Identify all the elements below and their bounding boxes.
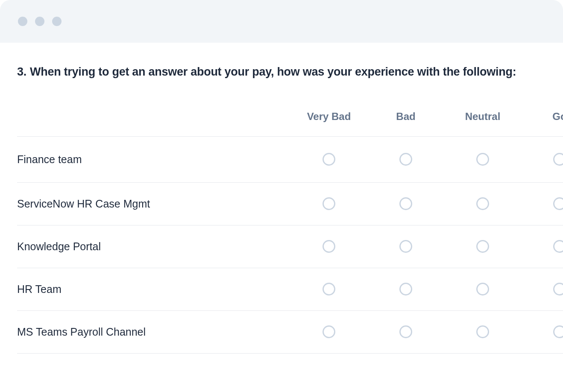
bottom-mask: [0, 377, 563, 392]
window-control-dot[interactable]: [18, 17, 27, 26]
radio-finance-good[interactable]: [521, 153, 563, 166]
radio-hr-good[interactable]: [521, 283, 563, 295]
radio-icon: [399, 240, 412, 253]
matrix-row: Finance team: [17, 137, 563, 183]
radio-knowledge-very-bad[interactable]: [290, 240, 367, 253]
question-number: 3.: [17, 65, 26, 79]
window-control-dot[interactable]: [52, 17, 62, 26]
column-header-good: Go: [521, 111, 563, 123]
radio-icon: [323, 240, 335, 253]
radio-icon: [399, 197, 412, 210]
matrix-row: MS Teams Payroll Channel: [17, 311, 563, 354]
radio-hr-bad[interactable]: [367, 283, 444, 295]
column-header-very-bad: Very Bad: [290, 111, 367, 123]
radio-icon: [553, 283, 563, 295]
radio-finance-very-bad[interactable]: [290, 153, 367, 166]
radio-knowledge-neutral[interactable]: [444, 240, 521, 253]
radio-icon: [323, 153, 335, 166]
radio-msteams-bad[interactable]: [367, 325, 444, 338]
column-header-neutral: Neutral: [444, 111, 521, 123]
radio-icon: [323, 283, 335, 295]
question-heading: 3. When trying to get an answer about yo…: [17, 65, 530, 79]
column-header-bad: Bad: [367, 111, 444, 123]
radio-icon: [323, 325, 335, 338]
radio-servicenow-bad[interactable]: [367, 197, 444, 210]
radio-icon: [399, 283, 412, 295]
radio-knowledge-bad[interactable]: [367, 240, 444, 253]
radio-icon: [476, 153, 489, 166]
radio-servicenow-neutral[interactable]: [444, 197, 521, 210]
radio-icon: [399, 325, 412, 338]
radio-hr-neutral[interactable]: [444, 283, 521, 295]
radio-icon: [553, 325, 563, 338]
row-label: ServiceNow HR Case Mgmt: [17, 198, 290, 210]
matrix-row: ServiceNow HR Case Mgmt: [17, 183, 563, 225]
radio-icon: [476, 325, 489, 338]
radio-icon: [553, 153, 563, 166]
row-label: Finance team: [17, 153, 290, 166]
radio-icon: [476, 240, 489, 253]
row-label: Knowledge Portal: [17, 240, 290, 253]
rating-matrix: Very Bad Bad Neutral Go Finance team Ser…: [17, 97, 563, 354]
radio-icon: [553, 240, 563, 253]
matrix-row: Knowledge Portal: [17, 225, 563, 268]
matrix-row: HR Team: [17, 268, 563, 311]
radio-finance-bad[interactable]: [367, 153, 444, 166]
radio-servicenow-very-bad[interactable]: [290, 197, 367, 210]
radio-icon: [323, 197, 335, 210]
radio-icon: [476, 197, 489, 210]
question-text: When trying to get an answer about your …: [30, 65, 516, 79]
matrix-header-row: Very Bad Bad Neutral Go: [17, 97, 563, 137]
radio-msteams-neutral[interactable]: [444, 325, 521, 338]
radio-hr-very-bad[interactable]: [290, 283, 367, 295]
radio-finance-neutral[interactable]: [444, 153, 521, 166]
survey-window: 3. When trying to get an answer about yo…: [0, 0, 563, 392]
radio-msteams-good[interactable]: [521, 325, 563, 338]
row-label: HR Team: [17, 283, 290, 295]
survey-content: 3. When trying to get an answer about yo…: [0, 43, 563, 354]
radio-knowledge-good[interactable]: [521, 240, 563, 253]
window-titlebar: [0, 0, 563, 43]
row-label: MS Teams Payroll Channel: [17, 326, 290, 338]
radio-icon: [476, 283, 489, 295]
radio-msteams-very-bad[interactable]: [290, 325, 367, 338]
radio-servicenow-good[interactable]: [521, 197, 563, 210]
radio-icon: [399, 153, 412, 166]
radio-icon: [553, 197, 563, 210]
window-control-dot[interactable]: [35, 17, 44, 26]
